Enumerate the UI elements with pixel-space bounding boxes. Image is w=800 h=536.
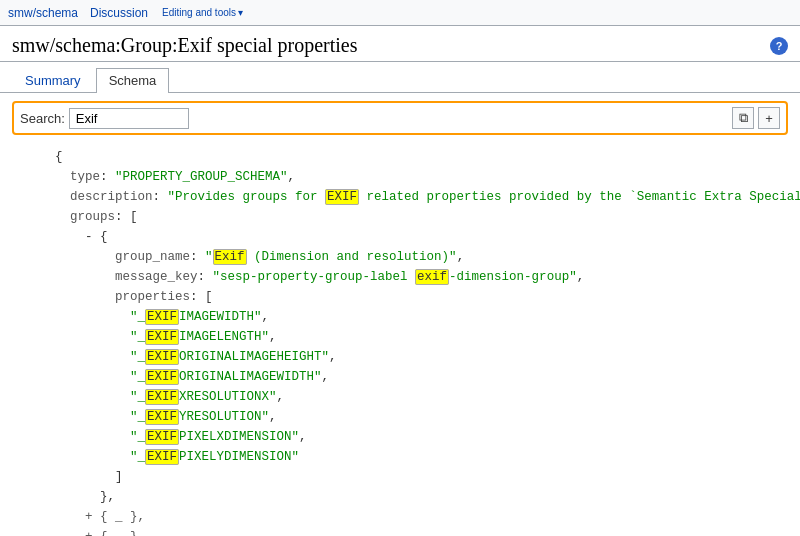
code-line: "_EXIFPIXELXDIMENSION", <box>40 427 788 447</box>
code-line: { <box>40 147 788 167</box>
code-line: "_EXIFPIXELYDIMENSION" <box>40 447 788 467</box>
code-line: description: "Provides groups for EXIF r… <box>40 187 788 207</box>
code-line: + { _ }, <box>40 507 788 527</box>
code-line: ] <box>40 467 788 487</box>
search-input[interactable] <box>69 108 189 129</box>
code-line: "_EXIFIMAGELENGTH", <box>40 327 788 347</box>
code-line: "_EXIFORIGINALIMAGEHEIGHT", <box>40 347 788 367</box>
nav-dropdown-arrow: ▾ <box>238 7 243 18</box>
code-line: groups: [ <box>40 207 788 227</box>
collapsed-item[interactable]: + { _ }, <box>85 510 145 524</box>
search-label: Search: <box>20 111 65 126</box>
help-icon[interactable]: ? <box>770 37 788 55</box>
code-line: "_EXIFXRESOLUTIONX", <box>40 387 788 407</box>
code-line: }, <box>40 487 788 507</box>
page-header: smw/schema:Group:Exif special properties… <box>0 26 800 62</box>
code-line: "_EXIFYRESOLUTION", <box>40 407 788 427</box>
add-button[interactable]: + <box>758 107 780 129</box>
nav-editing-tools-label: Editing and tools <box>162 7 236 18</box>
code-line: "_EXIFIMAGEWIDTH", <box>40 307 788 327</box>
tab-summary[interactable]: Summary <box>12 68 94 92</box>
tab-schema[interactable]: Schema <box>96 68 170 93</box>
code-line: message_key: "sesp-property-group-label … <box>40 267 788 287</box>
code-line: type: "PROPERTY_GROUP_SCHEMA", <box>40 167 788 187</box>
code-line: "_EXIFORIGINALIMAGEWIDTH", <box>40 367 788 387</box>
search-bar: Search: ⧉ + <box>12 101 788 135</box>
tabs-container: Summary Schema <box>0 62 800 93</box>
code-content: { type: "PROPERTY_GROUP_SCHEMA", descrip… <box>0 143 800 536</box>
nav-schema-link[interactable]: smw/schema <box>8 6 78 20</box>
top-navigation: smw/schema Discussion Editing and tools … <box>0 0 800 26</box>
page-title: smw/schema:Group:Exif special properties <box>12 34 357 57</box>
code-line: group_name: "Exif (Dimension and resolut… <box>40 247 788 267</box>
code-line: properties: [ <box>40 287 788 307</box>
copy-button[interactable]: ⧉ <box>732 107 754 129</box>
nav-discussion-link[interactable]: Discussion <box>90 6 148 20</box>
nav-editing-tools-dropdown[interactable]: Editing and tools ▾ <box>160 7 243 18</box>
code-line: - { <box>40 227 788 247</box>
code-line: + { _ }, <box>40 527 788 536</box>
collapsed-item[interactable]: + { _ }, <box>85 530 145 536</box>
